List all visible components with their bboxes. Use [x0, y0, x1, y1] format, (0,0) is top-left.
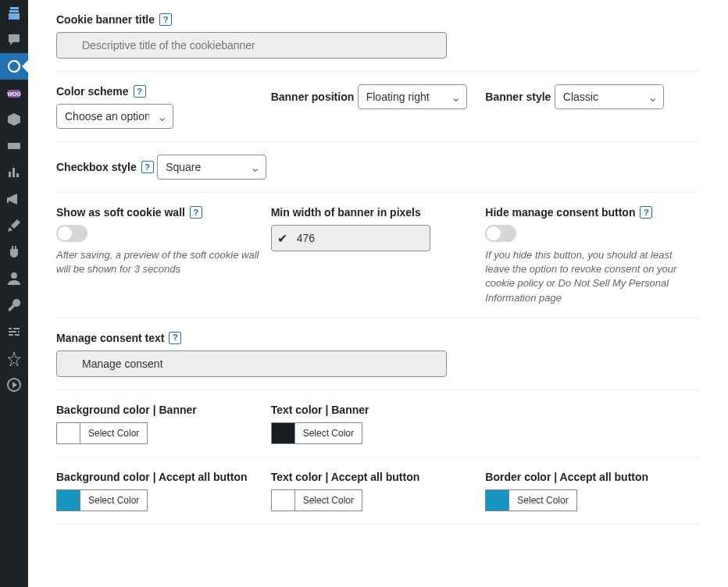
manage-text-input[interactable] — [56, 350, 447, 377]
user-icon — [6, 271, 22, 286]
sidebar-item-comments[interactable] — [0, 27, 28, 53]
sidebar-item-woo[interactable]: WOO — [0, 80, 28, 106]
label-text-accept: Text color | Accept all button — [271, 471, 420, 483]
wrench-icon — [6, 297, 22, 313]
label-hide-manage: Hide manage consent button ? — [485, 206, 652, 219]
label-banner-style: Banner style — [485, 91, 551, 103]
svg-text:WOO: WOO — [7, 91, 21, 97]
help-icon[interactable]: ? — [190, 206, 202, 219]
min-width-input[interactable] — [271, 225, 430, 251]
hide-manage-hint: If you hide this button, you should at l… — [485, 248, 692, 305]
main-content: Cookie banner title ? ✔ Color scheme ? C… — [28, 0, 728, 525]
border-accept-picker[interactable]: Select Color — [485, 489, 692, 511]
sidebar-item-analytics[interactable] — [0, 159, 28, 186]
box-icon — [6, 112, 22, 127]
comment-icon — [6, 32, 22, 48]
sidebar-item-products[interactable] — [0, 106, 28, 133]
help-icon[interactable]: ? — [141, 161, 154, 173]
help-icon[interactable]: ? — [159, 13, 172, 26]
label-bg-accept: Background color | Accept all button — [56, 471, 248, 483]
cookie-title-input[interactable] — [56, 32, 447, 59]
text-banner-picker[interactable]: Select Color — [271, 422, 478, 444]
select-color-button[interactable]: Select Color — [509, 489, 576, 511]
color-swatch — [271, 489, 294, 511]
text-accept-picker[interactable]: Select Color — [271, 489, 478, 511]
label-manage-text: Manage consent text ? — [56, 332, 181, 344]
sidebar-item-users[interactable] — [0, 265, 28, 292]
label-border-accept: Border color | Accept all button — [485, 471, 648, 483]
label-banner-position: Banner position — [271, 91, 355, 103]
sidebar-item-pages[interactable] — [0, 0, 28, 27]
sidebar-item-settings[interactable] — [0, 318, 28, 345]
svg-point-0 — [9, 61, 20, 72]
select-color-button[interactable]: Select Color — [294, 422, 362, 444]
label-text-banner: Text color | Banner — [271, 404, 369, 416]
sidebar-item-stats[interactable] — [0, 345, 28, 372]
sidebar-item-appearance[interactable] — [0, 212, 28, 239]
soft-wall-toggle[interactable] — [56, 225, 87, 242]
soft-wall-hint: After saving, a preview of the soft cook… — [56, 248, 263, 276]
svg-point-3 — [11, 272, 17, 279]
woo-icon: WOO — [6, 85, 22, 101]
row-accept-colors: Background color | Accept all button Sel… — [56, 457, 700, 525]
chart-icon — [6, 165, 22, 180]
bg-banner-picker[interactable]: Select Color — [56, 422, 263, 444]
help-icon[interactable]: ? — [640, 206, 652, 219]
sidebar-item-media[interactable] — [0, 372, 28, 398]
row-softwall-width-hide: Show as soft cookie wall ? After saving,… — [56, 193, 700, 318]
bg-accept-picker[interactable]: Select Color — [56, 489, 263, 511]
plug-icon — [6, 244, 22, 260]
sidebar-item-plugins[interactable] — [0, 239, 28, 265]
admin-sidebar: WOO — [0, 0, 28, 587]
label-checkbox-style: Checkbox style ? — [56, 161, 154, 173]
sidebar-item-complianz[interactable] — [0, 53, 28, 80]
megaphone-icon — [6, 191, 22, 207]
row-checkbox-style: Checkbox style ? Square ⌄ — [56, 142, 700, 193]
color-swatch — [271, 422, 294, 444]
brush-icon — [6, 218, 22, 233]
checkbox-style-select[interactable]: Square — [157, 155, 266, 180]
stats-icon — [6, 350, 22, 366]
banner-style-select[interactable]: Classic — [555, 84, 664, 109]
color-swatch — [56, 489, 80, 511]
field-manage-text: Manage consent text ? ✔ — [56, 318, 700, 390]
select-color-button[interactable]: Select Color — [294, 489, 362, 511]
select-color-button[interactable]: Select Color — [80, 422, 148, 444]
hide-manage-toggle[interactable] — [485, 225, 516, 242]
help-icon[interactable]: ? — [169, 332, 181, 344]
complianz-icon — [6, 59, 22, 74]
label-soft-wall: Show as soft cookie wall ? — [56, 206, 202, 219]
color-scheme-select[interactable]: Choose an option — [56, 104, 173, 129]
color-swatch — [485, 489, 509, 511]
row-scheme-position-style: Color scheme ? Choose an option ⌄ Banner… — [56, 72, 700, 142]
color-swatch — [56, 422, 80, 444]
select-color-button[interactable]: Select Color — [80, 489, 148, 511]
label-color-scheme: Color scheme ? — [56, 85, 146, 98]
row-banner-colors: Background color | Banner Select Color T… — [56, 390, 700, 457]
field-cookie-title: Cookie banner title ? ✔ — [56, 0, 700, 72]
banner-position-select[interactable]: Floating right — [358, 84, 467, 109]
label-cookie-title: Cookie banner title ? — [56, 13, 172, 26]
help-icon[interactable]: ? — [134, 85, 146, 98]
label-min-width: Min width of banner in pixels — [271, 206, 421, 219]
label-bg-banner: Background color | Banner — [56, 404, 197, 416]
ticket-icon — [6, 138, 22, 154]
pages-icon — [6, 5, 22, 21]
sidebar-item-tools[interactable] — [0, 292, 28, 318]
sliders-icon — [6, 324, 22, 340]
sidebar-item-marketing[interactable] — [0, 186, 28, 212]
sidebar-item-tickets[interactable] — [0, 133, 28, 159]
play-icon — [6, 377, 22, 393]
